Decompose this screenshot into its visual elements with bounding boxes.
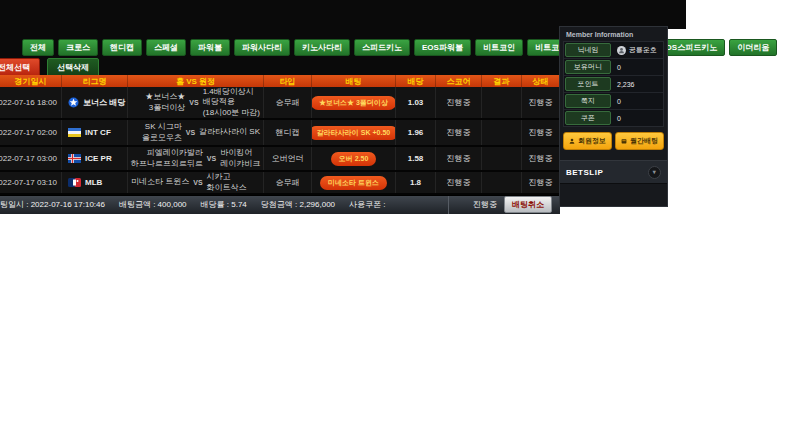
- bet-time: 배팅일시 : 2022-07-16 17:10:46: [0, 199, 105, 210]
- bet-type: 승무패: [264, 172, 312, 193]
- member-panel-title: Member Information: [560, 27, 667, 41]
- col-header-bet: 배팅: [312, 75, 396, 87]
- col-header-odds: 배당: [396, 75, 436, 87]
- league-cell: MLB: [62, 172, 128, 193]
- col-header-result: 결과: [482, 75, 522, 87]
- bet-amount: 배팅금액 : 400,000: [119, 199, 187, 210]
- odds-value: 1.96: [396, 120, 436, 145]
- nickname-value: 공룡운호: [629, 45, 657, 55]
- top-bar-remnant: [668, 0, 686, 29]
- away-team: 갈라타사라이 SK: [199, 127, 260, 137]
- points-value: 2,236: [612, 76, 663, 92]
- member-row-messages: 쪽지 0: [564, 93, 663, 110]
- match-datetime: 2022-07-16 18:00: [0, 87, 62, 118]
- bet-pick-button[interactable]: 미네소타 트윈스: [320, 176, 387, 190]
- money-value: 0: [612, 59, 663, 75]
- mlb-logo-icon: [68, 178, 81, 187]
- tab-power-ladder[interactable]: 파워사다리: [234, 39, 290, 56]
- state-status: 진행중: [522, 147, 560, 170]
- odds-value: 1.03: [396, 87, 436, 118]
- col-header-state: 상태: [522, 75, 560, 87]
- member-row-points: 포인트 2,236: [564, 76, 663, 93]
- col-header-datetime: 경기일시: [0, 75, 62, 87]
- col-header-type: 타입: [264, 75, 312, 87]
- tab-eos-powerball[interactable]: EOS파워볼: [414, 39, 471, 56]
- match-datetime: 2022-07-17 02:00: [0, 120, 62, 145]
- score-status: 진행중: [436, 147, 482, 170]
- bet-type: 승무패: [264, 87, 312, 118]
- tab-cross[interactable]: 크로스: [58, 39, 98, 56]
- league-name: MLB: [85, 178, 102, 187]
- bet-pick-button[interactable]: ★보너스★ 3폴더이상: [312, 96, 396, 110]
- match-cell: 미네소타 트윈스 VS 시카고 화이트삭스: [128, 172, 264, 193]
- match-datetime: 2022-07-17 03:00: [0, 147, 62, 170]
- vs-label: VS: [189, 179, 206, 186]
- odds-value: 1.58: [396, 147, 436, 170]
- monthly-betting-button[interactable]: 월간배팅: [615, 132, 664, 150]
- odds-rate: 배당률 : 5.74: [201, 199, 247, 210]
- table-row: 2022-07-17 03:10 MLB 미네소타 트윈스 VS 시카고 화이트…: [0, 172, 560, 195]
- calendar-icon: [621, 138, 627, 144]
- tab-handicap[interactable]: 핸디캡: [102, 39, 142, 56]
- tab-powerball[interactable]: 파워볼: [190, 39, 230, 56]
- tab-speed-keno[interactable]: 스피드키노: [354, 39, 410, 56]
- home-team: 피엘레이카발라 하프나르프외르뒤르: [131, 148, 203, 169]
- win-amount: 당첨금액 : 2,296,000: [261, 199, 335, 210]
- bonus-star-icon: [68, 97, 79, 108]
- bet-history-table: 경기일시 리그명 홈 VS 원정 타입 배팅 배당 스코어 결과 상태 2022…: [0, 75, 560, 214]
- tab-ethereum[interactable]: 이더리움: [729, 39, 777, 56]
- member-action-buttons: 회원정보 월간배팅 로그아웃: [563, 132, 664, 150]
- col-header-home-vs-away: 홈 VS 원정: [128, 75, 264, 87]
- home-team: SK 시그마 올로모우츠: [131, 122, 182, 143]
- league-cell: 보너스 배당: [62, 87, 128, 118]
- score-status: 진행중: [436, 87, 482, 118]
- score-status: 진행중: [436, 172, 482, 193]
- league-cell: INT CF: [62, 120, 128, 145]
- betslip-toggle-icon[interactable]: ▾: [648, 166, 661, 179]
- member-info-panel: Member Information 닉네임 공룡운호 보유머니 0: [559, 26, 668, 207]
- result-value: [482, 120, 522, 145]
- tab-all[interactable]: 전체: [22, 39, 54, 56]
- home-team: 미네소타 트윈스: [131, 177, 189, 187]
- cancel-bet-button[interactable]: 배팅취소: [504, 196, 552, 213]
- col-header-league: 리그명: [62, 75, 128, 87]
- league-cell: ICE PR: [62, 147, 128, 170]
- betslip-header[interactable]: BETSLIP ▾: [560, 160, 667, 184]
- tab-bitcoin[interactable]: 비트코인: [475, 39, 523, 56]
- state-status: 진행중: [522, 120, 560, 145]
- league-name: INT CF: [85, 128, 111, 137]
- member-row-money: 보유머니 0: [564, 59, 663, 76]
- state-status: 진행중: [522, 172, 560, 193]
- away-team: 시카고 화이트삭스: [207, 172, 260, 193]
- bet-slip-summary-bar: 배팅일시 : 2022-07-16 17:10:46 배팅금액 : 400,00…: [0, 195, 560, 214]
- member-info-button[interactable]: 회원정보: [563, 132, 612, 150]
- betting-app-window: 전체 크로스 핸디캡 스페셜 파워볼 파워사다리 키노사다리 스피드키노 EOS…: [0, 0, 668, 207]
- tab-special[interactable]: 스페셜: [146, 39, 186, 56]
- used-coupon: 사용쿠폰 :: [349, 199, 385, 210]
- betslip-title: BETSLIP: [566, 168, 603, 177]
- int-cf-flag-icon: [68, 128, 81, 137]
- table-row: 2022-07-16 18:00 보너스 배당 ★보너스★ 3폴더이상 VS 1…: [0, 87, 560, 120]
- home-team: ★보너스★ 3폴더이상: [131, 92, 185, 113]
- table-row: 2022-07-17 02:00 INT CF SK 시그마 올로모우츠 VS …: [0, 120, 560, 147]
- bet-pick-button[interactable]: 오버 2.50: [331, 152, 377, 166]
- coupons-value: 0: [612, 110, 663, 126]
- match-cell: ★보너스★ 3폴더이상 VS 1.4배당이상시 배당적용 (18시00분 마감): [128, 87, 264, 118]
- tab-keno-ladder[interactable]: 키노사다리: [294, 39, 350, 56]
- result-value: [482, 147, 522, 170]
- away-team: 1.4배당이상시 배당적용 (18시00분 마감): [203, 87, 260, 118]
- bet-type: 핸디캡: [264, 120, 312, 145]
- vs-label: VS: [185, 99, 202, 106]
- page-canvas: 전체 크로스 핸디캡 스페셜 파워볼 파워사다리 키노사다리 스피드키노 EOS…: [0, 0, 800, 427]
- score-status: 진행중: [436, 120, 482, 145]
- member-row-coupons: 쿠폰 0: [564, 110, 663, 126]
- vs-label: VS: [182, 129, 199, 136]
- away-team: 바이킹어 레이캬비크: [220, 148, 260, 169]
- table-row: 2022-07-17 03:00 ICE PR 피엘레이카발라 하프나르프외르뒤…: [0, 147, 560, 172]
- person-icon: [569, 138, 575, 144]
- odds-value: 1.8: [396, 172, 436, 193]
- bet-pick-button[interactable]: 갈라타사라이 SK +0.50: [312, 126, 396, 140]
- state-status: 진행중: [522, 87, 560, 118]
- avatar: [617, 46, 626, 55]
- member-info-rows: 닉네임 공룡운호 보유머니 0 포인트 2,236: [563, 41, 664, 127]
